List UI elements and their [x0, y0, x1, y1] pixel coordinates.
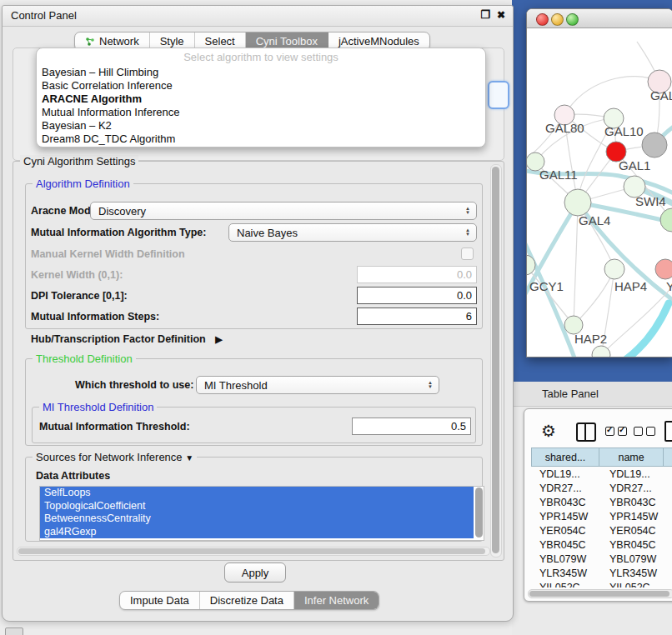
minimize-traffic-light-icon[interactable] — [551, 13, 564, 26]
network-node-label: GAL4 — [579, 213, 610, 228]
table-row[interactable]: YDL19...YDL19...13 — [531, 467, 672, 481]
table-cell: YDL19... — [601, 468, 668, 480]
table-row[interactable]: YLR345WYLR345W9. — [531, 566, 672, 580]
sources-title[interactable]: Sources for Network Inference ▼ — [33, 451, 197, 463]
table-cell: 12 — [668, 482, 672, 494]
table-cell: YBR045C — [601, 539, 668, 551]
table-row[interactable]: YBR043CYBR043C — [531, 495, 672, 509]
algorithm-option[interactable]: Bayesian – K2 — [37, 119, 485, 132]
threshold-definition-title: Threshold Definition — [33, 352, 136, 365]
attribute-item[interactable]: TopologicalCoefficient — [40, 500, 474, 513]
table-cell: 8. — [668, 525, 672, 537]
algorithm-option[interactable]: Dream8 DC_TDC Algorithm — [37, 132, 485, 146]
float-window-icon[interactable]: ❐ — [480, 8, 490, 21]
table-cell: 9. — [668, 568, 672, 579]
bottom-tab-discretize-data[interactable]: Discretize Data — [200, 592, 294, 609]
table-cell: YBR045C — [531, 539, 601, 551]
network-node[interactable] — [604, 259, 624, 279]
table-cell: YDR27... — [601, 482, 668, 494]
tab-label: Infer Network — [304, 594, 369, 607]
columns-icon[interactable] — [576, 422, 596, 442]
network-node-label: GAL10 — [604, 124, 644, 138]
network-node[interactable] — [660, 208, 672, 232]
table-row[interactable]: YBL079WYBL079W — [531, 552, 672, 566]
bottom-tab-impute-data[interactable]: Impute Data — [120, 592, 200, 609]
network-node-label: GAL80 — [545, 121, 584, 135]
network-node[interactable] — [655, 259, 672, 279]
algorithm-option[interactable]: ARACNE Algorithm — [37, 92, 485, 106]
aracne-mode-select[interactable]: Discovery ▲▼ — [90, 202, 477, 220]
mi-threshold-label: Mutual Information Threshold: — [39, 421, 190, 432]
table-card: ⚙ shared...name YDL19...YDL19...13YDR27.… — [524, 408, 672, 602]
column-header[interactable]: name — [599, 448, 663, 467]
select-all-checkboxes-icon[interactable] — [605, 427, 627, 436]
table-cell: YER054C — [531, 525, 601, 537]
table-cell: 13 — [668, 468, 672, 480]
column-header[interactable] — [663, 448, 672, 467]
close-icon[interactable]: ✖ — [497, 9, 505, 21]
table-row[interactable]: YPR145WYPR145W9. — [531, 509, 672, 523]
which-threshold-select[interactable]: MI Threshold ▲▼ — [196, 376, 439, 394]
export-table-icon[interactable] — [664, 421, 672, 442]
table-header-row[interactable]: shared...name — [531, 448, 672, 467]
network-node-label: GAL1 — [619, 158, 650, 172]
network-node[interactable] — [642, 132, 667, 158]
table-panel-titlebar: Table Panel — [512, 382, 672, 407]
expand-down-icon: ▼ — [185, 453, 193, 462]
control-panel-window: Control Panel ❐ ✖ NetworkStyleSelectCyni… — [2, 5, 514, 622]
mi-threshold-title: MI Threshold Definition — [39, 401, 157, 413]
tab-label: Impute Data — [130, 594, 189, 607]
table-horizontal-scrollbar[interactable] — [528, 589, 672, 598]
kernel-width-label: Kernel Width (0,1): — [31, 269, 123, 281]
table-row[interactable]: YER054CYER054C8. — [531, 523, 672, 538]
algorithm-dropdown[interactable]: Select algorithm to view settings Bayesi… — [36, 48, 486, 148]
network-window-titlebar[interactable] — [527, 9, 672, 28]
attribute-item[interactable]: BetweennessCentrality — [40, 512, 474, 526]
attributes-scrollbar-thumb[interactable] — [475, 488, 483, 538]
settings-vertical-scrollbar[interactable] — [490, 164, 502, 558]
gear-icon[interactable]: ⚙ — [541, 422, 556, 439]
focused-combo-sliver[interactable] — [488, 81, 509, 109]
table-row[interactable]: YIL052CYIL052C9 — [531, 580, 672, 588]
settings-vscroll-thumb[interactable] — [492, 167, 499, 553]
tab-label: Discretize Data — [210, 594, 283, 607]
algorithm-option[interactable]: Basic Correlation Inference — [37, 79, 485, 92]
attribute-item[interactable]: SelfLoops — [40, 487, 474, 500]
table-hscroll-thumb[interactable] — [529, 591, 669, 597]
mi-threshold-field[interactable]: 0.5 — [352, 418, 471, 435]
apply-button[interactable]: Apply — [224, 562, 286, 582]
network-view-window[interactable]: GALGAL80GAL10GAL1GAL11GAL4SWI4HAP4YGCY1H… — [526, 8, 672, 358]
table-cell: 9. — [668, 511, 672, 522]
hub-section-toggle[interactable]: Hub/Transcription Factor Definition ▶ — [31, 333, 223, 345]
table-rows[interactable]: YDL19...YDL19...13YDR27...YDR27...12YBR0… — [531, 467, 672, 588]
algorithm-options-list: Bayesian – Hill ClimbingBasic Correlatio… — [37, 66, 485, 146]
mi-algorithm-type-select[interactable]: Naive Bayes ▲▼ — [228, 223, 477, 242]
close-traffic-light-icon[interactable] — [536, 13, 549, 26]
manual-kernel-checkbox[interactable] — [461, 248, 474, 260]
network-graph[interactable]: GALGAL80GAL10GAL1GAL11GAL4SWI4HAP4YGCY1H… — [527, 28, 672, 358]
tab-label: Select — [205, 35, 235, 48]
data-attributes-list[interactable]: SelfLoopsTopologicalCoefficientBetweenne… — [39, 486, 484, 541]
control-panel-title: Control Panel — [11, 9, 77, 22]
column-header[interactable]: shared... — [531, 448, 599, 467]
algorithm-option[interactable]: Mutual Information Inference — [37, 106, 485, 119]
table-cell: YLR345W — [601, 568, 668, 579]
table-panel-title: Table Panel — [542, 388, 599, 400]
kernel-width-field[interactable]: 0.0 — [357, 266, 477, 283]
table-row[interactable]: YDR27...YDR27...12 — [531, 481, 672, 495]
algorithm-option[interactable]: Bayesian – Hill Climbing — [37, 66, 485, 79]
deselect-all-checkboxes-icon[interactable] — [634, 427, 655, 436]
table-row[interactable]: YBR045CYBR045C9. — [531, 538, 672, 552]
settings-hscroll-thumb[interactable] — [18, 548, 485, 554]
tab-label: jActiveMNodules — [339, 35, 419, 48]
zoom-traffic-light-icon[interactable] — [566, 13, 579, 26]
node-table[interactable]: shared...name YDL19...YDL19...13YDR27...… — [531, 448, 672, 588]
network-node[interactable] — [564, 189, 591, 216]
settings-horizontal-scrollbar[interactable] — [17, 547, 490, 556]
dpi-tolerance-field[interactable]: 0.0 — [357, 287, 477, 304]
data-attributes-label: Data Attributes — [36, 470, 110, 482]
attribute-item[interactable]: gal4RGexp — [40, 526, 474, 539]
bottom-tab-infer-network[interactable]: Infer Network — [294, 592, 379, 609]
mi-steps-field[interactable]: 6 — [357, 308, 477, 325]
network-node[interactable] — [592, 346, 610, 358]
